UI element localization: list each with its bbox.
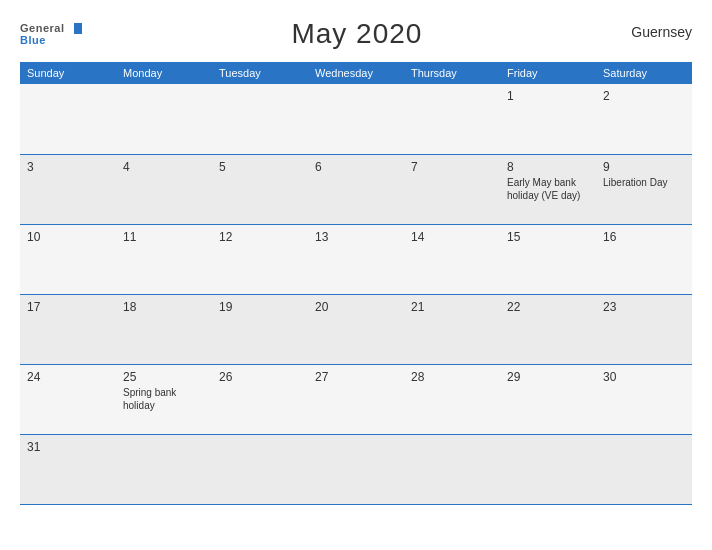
header-sunday: Sunday bbox=[20, 62, 116, 84]
days-header-row: Sunday Monday Tuesday Wednesday Thursday… bbox=[20, 62, 692, 84]
calendar-cell: 26 bbox=[212, 364, 308, 434]
calendar-cell bbox=[116, 434, 212, 504]
calendar-table: Sunday Monday Tuesday Wednesday Thursday… bbox=[20, 62, 692, 505]
day-number: 18 bbox=[123, 300, 205, 314]
svg-marker-1 bbox=[74, 23, 82, 34]
day-event: Spring bank holiday bbox=[123, 386, 205, 412]
day-number: 29 bbox=[507, 370, 589, 384]
day-number: 21 bbox=[411, 300, 493, 314]
calendar-cell bbox=[308, 84, 404, 154]
calendar-week-row: 31 bbox=[20, 434, 692, 504]
month-title: May 2020 bbox=[291, 18, 422, 50]
day-number: 1 bbox=[507, 89, 589, 103]
calendar-week-row: 345678Early May bank holiday (VE day)9Li… bbox=[20, 154, 692, 224]
day-number: 17 bbox=[27, 300, 109, 314]
calendar-cell: 13 bbox=[308, 224, 404, 294]
header-saturday: Saturday bbox=[596, 62, 692, 84]
calendar-cell: 4 bbox=[116, 154, 212, 224]
day-number: 4 bbox=[123, 160, 205, 174]
calendar-cell: 11 bbox=[116, 224, 212, 294]
day-number: 23 bbox=[603, 300, 685, 314]
logo-general-text: General bbox=[20, 22, 64, 34]
calendar-cell bbox=[404, 434, 500, 504]
day-number: 31 bbox=[27, 440, 109, 454]
day-number: 25 bbox=[123, 370, 205, 384]
calendar-week-row: 10111213141516 bbox=[20, 224, 692, 294]
day-number: 22 bbox=[507, 300, 589, 314]
day-number: 3 bbox=[27, 160, 109, 174]
calendar-week-row: 12 bbox=[20, 84, 692, 154]
calendar-cell: 20 bbox=[308, 294, 404, 364]
calendar-cell: 23 bbox=[596, 294, 692, 364]
day-number: 10 bbox=[27, 230, 109, 244]
calendar-cell: 22 bbox=[500, 294, 596, 364]
day-number: 2 bbox=[603, 89, 685, 103]
calendar-cell bbox=[212, 434, 308, 504]
calendar-cell bbox=[212, 84, 308, 154]
calendar-cell: 29 bbox=[500, 364, 596, 434]
calendar-cell: 8Early May bank holiday (VE day) bbox=[500, 154, 596, 224]
day-number: 5 bbox=[219, 160, 301, 174]
day-number: 14 bbox=[411, 230, 493, 244]
logo-flag-icon bbox=[66, 23, 82, 34]
day-number: 28 bbox=[411, 370, 493, 384]
calendar-cell: 2 bbox=[596, 84, 692, 154]
day-number: 20 bbox=[315, 300, 397, 314]
calendar-page: General Blue May 2020 Guernsey Sunday Mo… bbox=[0, 0, 712, 550]
calendar-cell: 21 bbox=[404, 294, 500, 364]
day-number: 8 bbox=[507, 160, 589, 174]
day-event: Liberation Day bbox=[603, 176, 685, 189]
calendar-cell: 19 bbox=[212, 294, 308, 364]
calendar-cell: 10 bbox=[20, 224, 116, 294]
header-tuesday: Tuesday bbox=[212, 62, 308, 84]
header-friday: Friday bbox=[500, 62, 596, 84]
calendar-cell: 18 bbox=[116, 294, 212, 364]
calendar-cell bbox=[596, 434, 692, 504]
page-header: General Blue May 2020 Guernsey bbox=[20, 18, 692, 50]
calendar-cell: 24 bbox=[20, 364, 116, 434]
day-number: 6 bbox=[315, 160, 397, 174]
calendar-cell: 6 bbox=[308, 154, 404, 224]
day-number: 19 bbox=[219, 300, 301, 314]
day-number: 9 bbox=[603, 160, 685, 174]
day-number: 7 bbox=[411, 160, 493, 174]
calendar-cell: 12 bbox=[212, 224, 308, 294]
calendar-cell bbox=[20, 84, 116, 154]
calendar-cell: 14 bbox=[404, 224, 500, 294]
calendar-week-row: 2425Spring bank holiday2627282930 bbox=[20, 364, 692, 434]
day-number: 27 bbox=[315, 370, 397, 384]
logo-blue-text: Blue bbox=[20, 34, 46, 46]
region-label: Guernsey bbox=[631, 24, 692, 40]
calendar-cell: 27 bbox=[308, 364, 404, 434]
day-number: 11 bbox=[123, 230, 205, 244]
calendar-week-row: 17181920212223 bbox=[20, 294, 692, 364]
calendar-cell: 5 bbox=[212, 154, 308, 224]
calendar-cell bbox=[308, 434, 404, 504]
day-number: 15 bbox=[507, 230, 589, 244]
day-number: 30 bbox=[603, 370, 685, 384]
calendar-cell: 15 bbox=[500, 224, 596, 294]
calendar-cell bbox=[404, 84, 500, 154]
day-event: Early May bank holiday (VE day) bbox=[507, 176, 589, 202]
calendar-cell: 31 bbox=[20, 434, 116, 504]
day-number: 12 bbox=[219, 230, 301, 244]
day-number: 16 bbox=[603, 230, 685, 244]
header-monday: Monday bbox=[116, 62, 212, 84]
calendar-cell: 28 bbox=[404, 364, 500, 434]
calendar-cell: 7 bbox=[404, 154, 500, 224]
calendar-cell: 9Liberation Day bbox=[596, 154, 692, 224]
calendar-cell bbox=[500, 434, 596, 504]
day-number: 24 bbox=[27, 370, 109, 384]
calendar-cell: 30 bbox=[596, 364, 692, 434]
calendar-cell: 16 bbox=[596, 224, 692, 294]
logo: General Blue bbox=[20, 22, 82, 46]
day-number: 13 bbox=[315, 230, 397, 244]
calendar-cell: 1 bbox=[500, 84, 596, 154]
calendar-cell bbox=[116, 84, 212, 154]
calendar-cell: 25Spring bank holiday bbox=[116, 364, 212, 434]
header-wednesday: Wednesday bbox=[308, 62, 404, 84]
calendar-cell: 3 bbox=[20, 154, 116, 224]
calendar-cell: 17 bbox=[20, 294, 116, 364]
day-number: 26 bbox=[219, 370, 301, 384]
header-thursday: Thursday bbox=[404, 62, 500, 84]
